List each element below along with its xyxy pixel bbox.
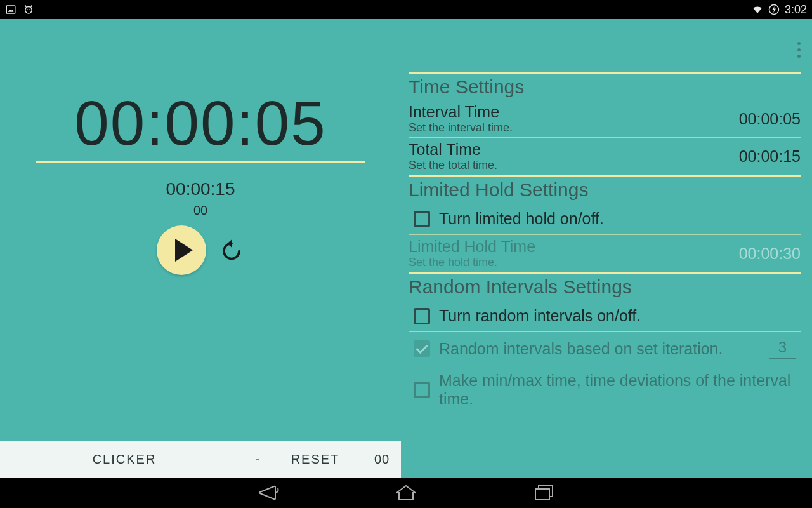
- status-time: 3:02: [785, 3, 807, 17]
- random-iteration-checkbox: [414, 340, 430, 357]
- limited-hold-time-row: Limited Hold Time Set the hold time. 00:…: [409, 235, 801, 272]
- svg-point-3: [27, 9, 28, 10]
- clicker-count: 00: [363, 452, 401, 467]
- clicker-bar: CLICKER - RESET 00: [0, 441, 401, 478]
- overflow-menu-button[interactable]: [797, 42, 801, 58]
- interval-time-title: Interval Time: [409, 103, 513, 121]
- random-intervals-checkbox[interactable]: [414, 308, 430, 324]
- limited-hold-header: Limited Hold Settings: [409, 175, 801, 201]
- android-nav-bar: [0, 478, 812, 508]
- wifi-icon: [752, 4, 763, 15]
- reset-icon: [220, 239, 243, 262]
- limited-hold-checkbox[interactable]: [414, 211, 430, 227]
- timer-underline: [36, 161, 365, 163]
- timer-panel: 00:00:05 00:00:15 00 CLICKER - RESET 00: [0, 19, 401, 478]
- random-minmax-label: Make min/max time, time deviations of th…: [439, 371, 801, 408]
- svg-rect-0: [6, 6, 15, 13]
- random-intervals-label: Turn random intervals on/off.: [439, 307, 801, 325]
- limited-hold-time-title: Limited Hold Time: [409, 237, 535, 256]
- time-settings-header: Time Settings: [409, 72, 801, 98]
- total-time-value: 00:00:15: [739, 147, 801, 166]
- clicker-divider: -: [249, 452, 268, 467]
- play-icon: [175, 239, 193, 262]
- limited-hold-label: Turn limited hold on/off.: [439, 210, 801, 228]
- limited-hold-toggle-row[interactable]: Turn limited hold on/off.: [409, 203, 801, 235]
- settings-panel: Time Settings Interval Time Set the inte…: [401, 19, 812, 478]
- svg-point-2: [25, 7, 32, 14]
- reset-button[interactable]: [219, 237, 244, 263]
- clicker-button[interactable]: CLICKER: [0, 452, 249, 467]
- play-button[interactable]: [157, 225, 206, 275]
- home-button[interactable]: [393, 483, 419, 502]
- cyanogen-icon: [23, 4, 34, 15]
- gallery-icon: [5, 4, 16, 15]
- recents-button[interactable]: [533, 483, 556, 502]
- svg-line-5: [25, 5, 27, 7]
- interval-display: 00:00:05: [74, 88, 326, 159]
- svg-point-4: [29, 9, 30, 10]
- svg-rect-10: [535, 489, 549, 500]
- svg-marker-1: [8, 9, 14, 12]
- total-time-title: Total Time: [409, 140, 497, 159]
- limited-hold-time-value: 00:00:30: [739, 244, 801, 263]
- total-time-sub: Set the total time.: [409, 159, 497, 172]
- random-minmax-checkbox: [414, 382, 430, 398]
- total-time-row[interactable]: Total Time Set the total time. 00:00:15: [409, 138, 801, 175]
- limited-hold-time-sub: Set the hold time.: [409, 256, 535, 269]
- random-minmax-row: Make min/max time, time deviations of th…: [409, 365, 801, 415]
- battery-charging-icon: [768, 4, 780, 15]
- interval-time-row[interactable]: Interval Time Set the interval time. 00:…: [409, 100, 801, 138]
- random-iteration-row: Random intervals based on set iteration.…: [409, 332, 801, 365]
- svg-marker-9: [227, 240, 232, 248]
- svg-line-6: [31, 5, 32, 7]
- random-iteration-label: Random intervals based on set iteration.: [439, 340, 748, 358]
- interval-time-sub: Set the interval time.: [409, 121, 513, 135]
- app-container: 00:00:05 00:00:15 00 CLICKER - RESET 00: [0, 19, 812, 478]
- random-intervals-header: Random Intervals Settings: [409, 272, 801, 298]
- android-status-bar: 3:02: [0, 0, 812, 19]
- total-time-display: 00:00:15: [166, 179, 235, 199]
- back-button[interactable]: [256, 483, 279, 502]
- iteration-counter: 00: [193, 203, 207, 218]
- random-iteration-value: 3: [769, 338, 796, 359]
- random-intervals-toggle-row[interactable]: Turn random intervals on/off.: [409, 300, 801, 332]
- interval-time-value: 00:00:05: [739, 110, 801, 128]
- clicker-reset-button[interactable]: RESET: [268, 452, 363, 467]
- svg-marker-8: [772, 6, 776, 13]
